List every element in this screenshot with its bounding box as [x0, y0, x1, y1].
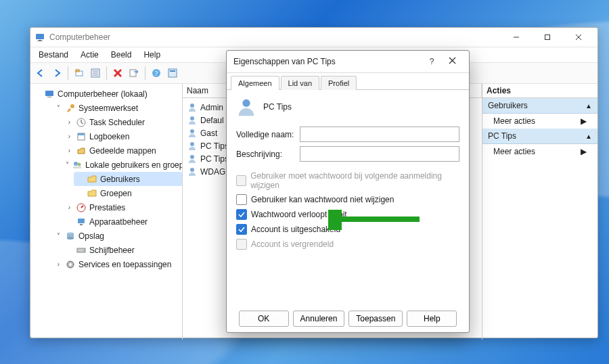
tree-local-users[interactable]: ˅Lokale gebruikers en groepen [63, 158, 182, 172]
device-icon [76, 217, 87, 227]
up-button[interactable] [72, 66, 87, 81]
tree-disk-management[interactable]: Schijfbeheer [63, 243, 182, 257]
tools-icon [65, 103, 76, 114]
properties-button[interactable] [88, 66, 103, 81]
app-icon [35, 32, 45, 43]
checkbox-icon [236, 209, 247, 220]
svg-rect-1 [39, 40, 41, 41]
expand-icon[interactable]: › [66, 147, 73, 154]
expand-icon[interactable]: ˅ [55, 104, 62, 112]
dialog-titlebar[interactable]: Eigenschappen van PC Tips ? [227, 51, 469, 73]
tree-label: Prestaties [89, 203, 125, 212]
actions-pane: Acties Gebruikers▲ Meer acties▶ PC Tips▲… [482, 84, 597, 340]
svg-rect-28 [73, 166, 81, 168]
window-title: Computerbeheer [49, 32, 501, 42]
tab-profile[interactable]: Profiel [321, 76, 357, 90]
menu-help[interactable]: Help [138, 49, 166, 61]
tab-general[interactable]: Algemeen [231, 76, 279, 90]
actions-section-pctips[interactable]: PC Tips▲ [482, 129, 597, 144]
checkbox-mustchange: Gebruiker moet wachtwoord bij volgende a… [236, 171, 459, 190]
toolbar-separator [145, 66, 145, 80]
apply-button[interactable]: Toepassen [348, 311, 403, 327]
users-icon [72, 160, 83, 170]
svg-point-38 [69, 263, 72, 266]
menu-action[interactable]: Actie [75, 49, 104, 61]
back-button[interactable] [33, 66, 48, 81]
svg-rect-8 [76, 70, 79, 72]
navigation-tree[interactable]: Computerbeheer (lokaal) ˅ Systeemwerkset… [30, 84, 183, 340]
tree-root[interactable]: Computerbeheer (lokaal) [41, 87, 182, 101]
forward-button[interactable] [49, 66, 64, 81]
tree-storage[interactable]: ˅Opslag [52, 229, 182, 243]
svg-point-47 [242, 99, 250, 107]
expand-icon[interactable]: › [66, 204, 73, 211]
actions-more-pctips[interactable]: Meer acties▶ [482, 144, 597, 159]
dialog-username: PC Tips [263, 102, 292, 112]
tree-label: Logboeken [89, 132, 129, 141]
user-icon [187, 141, 198, 152]
svg-point-39 [190, 104, 194, 108]
storage-icon [65, 231, 76, 242]
tree-label: Opslag [78, 231, 104, 241]
help-icon[interactable]: ? [422, 57, 442, 66]
cancel-button[interactable]: Annuleren [293, 311, 345, 327]
description-input[interactable] [300, 146, 459, 162]
svg-rect-4 [545, 35, 550, 40]
svg-point-26 [74, 162, 78, 166]
refresh-button[interactable] [165, 66, 180, 81]
minimize-button[interactable] [501, 29, 531, 45]
expand-icon[interactable]: ˅ [55, 232, 62, 240]
list-label: Defaul [200, 116, 224, 125]
list-label: Gast [200, 129, 217, 138]
collapse-icon: ▲ [585, 102, 592, 110]
user-icon [187, 154, 198, 164]
actions-more-users[interactable]: Meer acties▶ [482, 114, 597, 129]
checkbox-label: Gebruiker kan wachtwoord niet wijzigen [251, 195, 394, 204]
expand-icon[interactable]: ˅ [66, 161, 69, 168]
svg-rect-31 [80, 224, 83, 225]
close-icon[interactable] [442, 57, 462, 66]
tree-users[interactable]: Gebruikers [74, 172, 182, 186]
tree-performance[interactable]: ›Prestaties [63, 200, 182, 214]
collapse-icon: ▲ [585, 133, 592, 140]
tree-device-manager[interactable]: Apparaatbeheer [63, 214, 182, 229]
maximize-button[interactable] [533, 29, 562, 45]
tree-shared-folders[interactable]: ›Gedeelde mappen [63, 143, 182, 158]
titlebar[interactable]: Computerbeheer [30, 28, 597, 47]
tree-event-viewer[interactable]: ›Logboeken [63, 129, 182, 143]
close-button[interactable] [564, 29, 593, 45]
help-button[interactable]: ? [149, 66, 164, 81]
actions-item-label: Meer acties [493, 147, 535, 156]
user-icon [187, 102, 198, 113]
tab-memberof[interactable]: Lid van [281, 76, 319, 90]
user-icon [187, 115, 198, 126]
toolbar-separator [106, 66, 107, 80]
checkbox-cannotchange[interactable]: Gebruiker kan wachtwoord niet wijzigen [236, 194, 459, 205]
actions-section-users[interactable]: Gebruikers▲ [482, 98, 597, 114]
delete-button[interactable] [110, 66, 125, 81]
menu-view[interactable]: Beeld [106, 49, 137, 61]
properties-dialog: Eigenschappen van PC Tips ? Algemeen Lid… [226, 50, 470, 333]
svg-text:?: ? [155, 70, 158, 77]
label-fullname: Volledige naam: [236, 130, 300, 139]
tree-services[interactable]: ›Services en toepassingen [52, 257, 182, 271]
fullname-input[interactable] [300, 127, 459, 142]
tree-label: Computerbeheer (lokaal) [58, 89, 148, 99]
list-label: WDAG [200, 167, 225, 177]
expand-icon[interactable]: › [55, 260, 62, 268]
tree-groups[interactable]: Groepen [74, 186, 182, 200]
tree-system[interactable]: ˅ Systeemwerkset [52, 101, 182, 115]
svg-rect-18 [168, 69, 177, 77]
ok-button[interactable]: OK [239, 311, 289, 327]
menu-file[interactable]: Bestand [33, 49, 74, 61]
expand-icon[interactable]: › [66, 118, 73, 126]
checkbox-label: Gebruiker moet wachtwoord bij volgende a… [250, 171, 459, 190]
help-button[interactable]: Help [407, 311, 457, 327]
tree-label: Schijfbeheer [89, 246, 135, 255]
expand-icon[interactable]: › [66, 133, 73, 140]
folder-icon [87, 174, 97, 185]
svg-rect-19 [170, 70, 175, 72]
tree-task-scheduler[interactable]: ›Task Scheduler [63, 115, 182, 129]
export-button[interactable] [127, 66, 141, 81]
svg-point-44 [190, 168, 194, 172]
